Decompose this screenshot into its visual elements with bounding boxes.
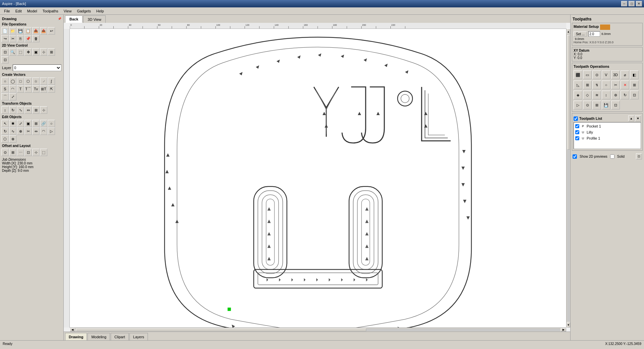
select-all-btn[interactable]: ⊡ [1, 56, 9, 63]
new-file-btn[interactable]: 📄 [1, 27, 9, 35]
material-set-btn[interactable]: Set ... [574, 32, 587, 37]
draw-poly-btn[interactable]: ⬡ [24, 78, 32, 85]
scroll-right-btn[interactable]: ▶ [561, 328, 566, 332]
draw-line-btn[interactable]: ⟋ [40, 78, 47, 85]
weave-btn[interactable]: ⊗ [9, 135, 16, 143]
group-btn[interactable]: ▣ [24, 120, 32, 127]
rotary-op-btn[interactable]: ↻ [621, 91, 629, 99]
tp-list-up-btn[interactable]: ▲ [628, 115, 634, 121]
delete-op-btn[interactable]: ✕ [621, 81, 629, 89]
toolpath-item-lilly[interactable]: U Lilly [575, 129, 640, 135]
export-btn[interactable]: 📤 [40, 27, 47, 35]
array2-btn[interactable]: ⊹ [32, 149, 40, 156]
fit-curve-btn[interactable]: ↻ [1, 128, 9, 135]
clock-op-btn[interactable]: ⊙ [583, 101, 592, 109]
select-node-btn[interactable]: ↖ [1, 120, 9, 127]
draw-spiral-btn[interactable]: S [1, 85, 9, 93]
profile1-check[interactable] [575, 136, 579, 140]
pocket1-check[interactable] [575, 124, 579, 128]
import-vec-btn[interactable]: ⇱ [48, 85, 55, 93]
solid-check[interactable] [610, 154, 614, 159]
pocket-op-btn[interactable]: ⬛ [574, 70, 582, 79]
close-button[interactable]: ✕ [636, 1, 642, 6]
export-op-btn[interactable]: ⊡ [611, 101, 620, 109]
align-btn[interactable]: ⊞ [32, 106, 40, 114]
tab-clipart[interactable]: Clipart [111, 333, 129, 340]
inlay-op-btn[interactable]: ◧ [630, 70, 639, 79]
tab-back[interactable]: Back [65, 15, 83, 23]
hscrollbar[interactable]: ◀ ▶ [70, 328, 566, 332]
mirror-btn[interactable]: ⇔ [24, 106, 32, 114]
delete-btn[interactable]: 🗑 [32, 35, 40, 42]
finish-op-btn[interactable]: ◇ [583, 91, 592, 99]
dog-bone-btn[interactable]: ⬡ [1, 135, 9, 143]
boolean-btn[interactable]: ⊕ [17, 128, 24, 135]
menu-gadgets[interactable]: Gadgets [74, 8, 94, 14]
save-as-btn[interactable]: 📋 [24, 27, 32, 35]
scroll-down-btn[interactable]: ▼ [567, 322, 570, 328]
thread-op-btn[interactable]: ↯ [592, 81, 601, 89]
toolpath-item-pocket1[interactable]: P Pocket 1 [575, 123, 640, 129]
menu-toolpaths[interactable]: Toolpaths [40, 8, 61, 14]
drawing-pin[interactable]: 📌 [58, 17, 61, 20]
grid-btn[interactable]: ⊞ [48, 48, 55, 56]
wrap-op-btn[interactable]: ⊚ [611, 91, 620, 99]
cut-btn[interactable]: ✂ [9, 35, 16, 42]
rotate-btn[interactable]: ↻ [9, 106, 16, 114]
move-btn[interactable]: ↕ [1, 106, 9, 114]
tab-layers[interactable]: Layers [129, 333, 148, 340]
restore-button[interactable]: ◻ [629, 1, 635, 6]
rest-op-btn[interactable]: ≋ [592, 91, 601, 99]
show2d-check[interactable] [573, 154, 577, 159]
paste-btn[interactable]: 📌 [24, 35, 32, 42]
save-tp-btn[interactable]: 💾 [602, 101, 610, 109]
drawing-canvas[interactable] [70, 29, 566, 328]
zoom-in-btn[interactable]: 🔍 [9, 48, 16, 56]
draw-ellipse-btn[interactable]: ◯ [9, 78, 16, 85]
menu-model[interactable]: Model [24, 8, 40, 14]
extend-btn[interactable]: ⇔ [32, 128, 40, 135]
scroll-thumb-h[interactable] [76, 329, 366, 331]
redo-btn[interactable]: ↪ [1, 35, 9, 42]
postprocess-op-btn[interactable]: ⊞ [592, 101, 601, 109]
import-btn[interactable]: 📥 [32, 27, 40, 35]
align-op-btn[interactable]: ⊡ [630, 91, 639, 99]
nesting-btn[interactable]: ⊞ [9, 149, 16, 156]
scale-btn[interactable]: ⤡ [17, 106, 24, 114]
open-file-btn[interactable]: 📁 [9, 27, 16, 35]
z-input[interactable] [588, 31, 600, 37]
menu-edit[interactable]: Edit [13, 8, 24, 14]
menu-view[interactable]: View [61, 8, 74, 14]
copy-btn[interactable]: ⎘ [17, 35, 24, 42]
draw-star-btn[interactable]: ☆ [32, 78, 40, 85]
scroll-track-v[interactable] [567, 35, 570, 321]
offset-btn[interactable]: ⊙ [1, 149, 9, 156]
draw-arc-btn[interactable]: ◠ [9, 85, 16, 93]
profile-op-btn[interactable]: ▭ [583, 70, 592, 79]
cutout-op-btn[interactable]: ✂ [611, 81, 620, 89]
tiling-btn[interactable]: ⬚ [40, 149, 47, 156]
layer-select[interactable]: 0 [13, 64, 61, 71]
tab-drawing[interactable]: Drawing [65, 333, 87, 340]
flip-op-btn[interactable]: ↕ [602, 91, 610, 99]
draw-bezier-btn[interactable]: ∫ [48, 78, 55, 85]
menu-file[interactable]: File [1, 8, 13, 14]
bore-op-btn[interactable]: ○ [602, 81, 610, 89]
3d-op-btn[interactable]: 3D [611, 70, 620, 79]
zoom-box-btn[interactable]: ⬚ [17, 48, 24, 56]
rough-op-btn[interactable]: ◈ [574, 91, 582, 99]
texture-op-btn[interactable]: ⊞ [583, 81, 592, 89]
toolpath-item-profile1[interactable]: U Profile 1 [575, 135, 640, 141]
chamfer-op-btn[interactable]: ◺ [574, 81, 582, 89]
chamfer2-btn[interactable]: ▷ [48, 128, 55, 135]
preview-expand-btn[interactable]: ⊡ [636, 153, 642, 159]
join-btn[interactable]: 🔗 [40, 120, 47, 127]
drill-op-btn[interactable]: ⊙ [592, 70, 601, 79]
trim-btn[interactable]: ✂ [24, 128, 32, 135]
lilly-check[interactable] [575, 130, 579, 134]
flute-op-btn[interactable]: ⌀ [621, 70, 629, 79]
scroll-up-btn[interactable]: ▲ [567, 29, 570, 34]
layout-btn[interactable]: ⊡ [24, 149, 32, 156]
zoom-fit-btn[interactable]: ⊡ [1, 48, 9, 56]
menu-help[interactable]: Help [94, 8, 107, 14]
